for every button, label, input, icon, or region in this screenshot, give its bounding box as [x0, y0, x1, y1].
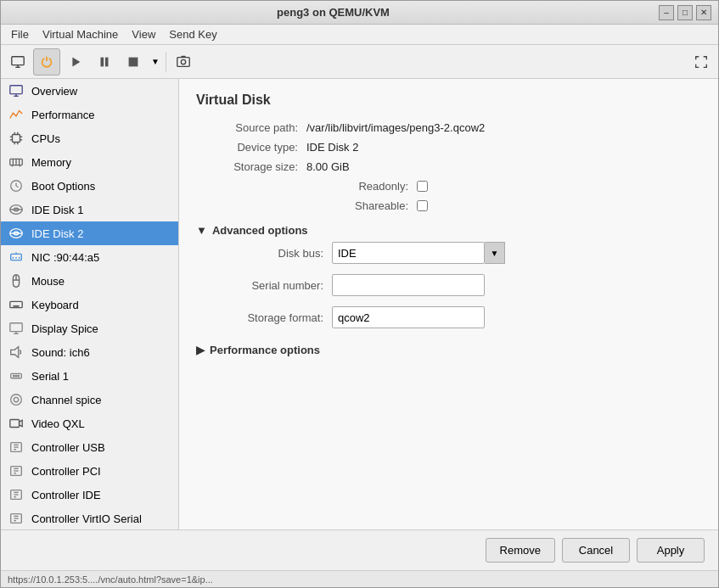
main-window: peng3 on QEMU/KVM – □ ✕ File Virtual Mac…	[0, 0, 719, 588]
menu-bar: File Virtual Machine View Send Key	[1, 25, 718, 45]
advanced-options-toggle[interactable]: ▼ Advanced options	[196, 219, 701, 242]
sidebar-item-nic[interactable]: NIC :90:44:a5	[1, 245, 178, 269]
overview-icon	[8, 82, 25, 99]
ide-disk-1-icon	[8, 201, 25, 218]
display-icon	[8, 320, 25, 337]
window-controls: – □ ✕	[659, 5, 711, 20]
svg-point-56	[11, 395, 22, 406]
toolbar-fullscreen-button[interactable]	[688, 48, 715, 76]
sidebar-item-cpus[interactable]: CPUs	[1, 126, 178, 150]
storage-format-label: Storage format:	[213, 311, 332, 324]
device-type-value: IDE Disk 2	[306, 141, 358, 154]
source-path-value: /var/lib/libvirt/images/peng3-2.qcow2	[306, 121, 485, 134]
apply-button[interactable]: Apply	[637, 538, 705, 563]
svg-marker-59	[20, 420, 23, 426]
toolbar-play-button[interactable]	[62, 48, 89, 76]
mouse-icon	[8, 272, 25, 289]
serial-number-label: Serial number:	[213, 279, 332, 292]
toolbar-power-button[interactable]	[33, 48, 60, 76]
sidebar-item-keyboard[interactable]: Keyboard	[1, 293, 178, 316]
toolbar: ▼	[1, 45, 718, 79]
svg-rect-7	[177, 57, 189, 66]
serial-number-row: Serial number:	[213, 274, 701, 296]
svg-rect-6	[129, 57, 138, 66]
svg-point-54	[15, 375, 17, 377]
cancel-button[interactable]: Cancel	[562, 538, 630, 563]
menu-file[interactable]: File	[4, 26, 36, 42]
maximize-button[interactable]: □	[677, 5, 693, 20]
panel-title: Virtual Disk	[196, 92, 701, 108]
toolbar-dropdown-button[interactable]: ▼	[149, 48, 162, 76]
sidebar-item-ide-disk-1[interactable]: IDE Disk 1	[1, 198, 178, 221]
readonly-checkbox[interactable]	[417, 181, 428, 192]
sidebar-item-performance[interactable]: Performance	[1, 103, 178, 126]
sidebar-item-overview[interactable]: Overview	[1, 79, 178, 103]
storage-format-input[interactable]	[332, 306, 485, 328]
disk-bus-select-arrow[interactable]: ▼	[485, 242, 505, 264]
svg-point-53	[13, 375, 14, 377]
sidebar-display-label: Display Spice	[31, 322, 98, 335]
menu-send-key[interactable]: Send Key	[162, 26, 223, 42]
svg-marker-3	[72, 57, 80, 66]
sidebar-item-controller-ide[interactable]: Controller IDE	[1, 483, 178, 507]
sidebar-item-memory[interactable]: Memory	[1, 150, 178, 174]
sidebar-memory-label: Memory	[31, 156, 71, 169]
advanced-options-arrow: ▼	[196, 224, 207, 237]
svg-point-8	[181, 59, 185, 64]
sidebar-item-controller-pci[interactable]: Controller PCI	[1, 459, 178, 483]
performance-options-label: Performance options	[210, 344, 320, 356]
toolbar-stop-button[interactable]	[120, 48, 147, 76]
sidebar-serial-label: Serial 1	[31, 370, 69, 383]
sidebar-controller-virtio-label: Controller VirtIO Serial	[31, 512, 142, 525]
remove-button[interactable]: Remove	[486, 538, 555, 563]
svg-rect-0	[12, 56, 24, 64]
readonly-label: Readonly:	[315, 180, 417, 193]
sidebar-item-sound[interactable]: Sound: ich6	[1, 340, 178, 364]
performance-options-toggle[interactable]: ▶ Performance options	[196, 339, 701, 361]
disk-bus-row: Disk bus: IDE VirtIO SCSI USB ▼	[213, 242, 701, 264]
advanced-options-content: Disk bus: IDE VirtIO SCSI USB ▼	[196, 242, 701, 328]
sidebar-item-video-qxl[interactable]: Video QXL	[1, 412, 178, 435]
ide-disk-2-icon	[8, 225, 25, 242]
sidebar-mouse-label: Mouse	[31, 275, 65, 288]
disk-bus-select-wrapper: IDE VirtIO SCSI USB ▼	[332, 242, 505, 264]
sidebar-item-serial-1[interactable]: Serial 1	[1, 364, 178, 388]
serial-number-input[interactable]	[332, 274, 485, 296]
video-icon	[8, 415, 25, 432]
device-type-row: Device type: IDE Disk 2	[196, 141, 701, 154]
menu-view[interactable]: View	[125, 26, 162, 42]
disk-bus-select[interactable]: IDE VirtIO SCSI USB	[332, 242, 485, 264]
storage-size-value: 8.00 GiB	[306, 160, 350, 173]
minimize-button[interactable]: –	[659, 5, 674, 20]
advanced-options-label: Advanced options	[212, 224, 308, 237]
shareable-row: Shareable:	[196, 199, 701, 212]
sound-icon	[8, 344, 25, 361]
toolbar-screenshot-button[interactable]	[170, 48, 197, 76]
menu-virtual-machine[interactable]: Virtual Machine	[36, 26, 125, 42]
sidebar-ide-disk-1-label: IDE Disk 1	[31, 204, 83, 216]
toolbar-monitor-button[interactable]	[4, 48, 31, 76]
svg-rect-58	[10, 420, 20, 428]
detail-panel: Virtual Disk Source path: /var/lib/libvi…	[179, 79, 718, 529]
svg-rect-9	[181, 55, 185, 57]
sidebar-ide-disk-2-label: IDE Disk 2	[31, 227, 83, 240]
sidebar-item-controller-usb[interactable]: Controller USB	[1, 435, 178, 459]
sidebar-item-display-spice[interactable]: Display Spice	[1, 316, 178, 340]
keyboard-icon	[8, 296, 25, 313]
sidebar-item-boot-options[interactable]: Boot Options	[1, 174, 178, 198]
close-button[interactable]: ✕	[696, 5, 711, 20]
sidebar-item-ide-disk-2[interactable]: IDE Disk 2	[1, 221, 178, 245]
shareable-checkbox[interactable]	[417, 200, 428, 211]
sidebar-item-channel-spice[interactable]: Channel spice	[1, 388, 178, 412]
sidebar-performance-label: Performance	[31, 109, 94, 121]
serial-icon	[8, 367, 25, 384]
toolbar-pause-button[interactable]	[91, 48, 118, 76]
svg-point-57	[14, 397, 18, 401]
sidebar-item-controller-virtio[interactable]: Controller VirtIO Serial	[1, 507, 178, 529]
status-bar: https://10.0.1.253:5..../vnc/auto.html?s…	[1, 570, 718, 587]
window-title: peng3 on QEMU/KVM	[8, 6, 659, 19]
performance-options-section: ▶ Performance options	[196, 339, 701, 361]
sidebar-item-mouse[interactable]: Mouse	[1, 269, 178, 293]
sidebar: Overview Performance	[1, 79, 179, 529]
controller-virtio-icon	[8, 510, 25, 527]
